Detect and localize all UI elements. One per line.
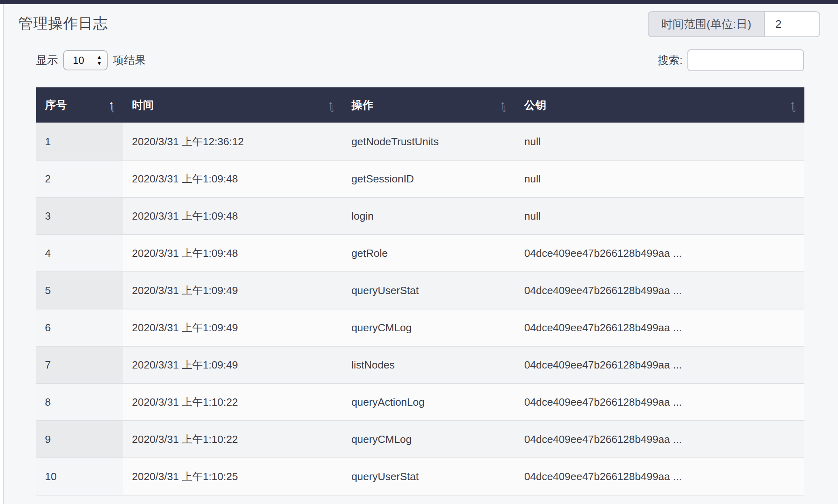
table-row: 42020/3/31 上午1:09:48getRole04dce409ee47b… — [36, 235, 804, 272]
cell-index: 7 — [36, 346, 123, 383]
cell-operation: getNodeTrustUnits — [342, 123, 515, 160]
cell-operation: getRole — [342, 235, 515, 272]
cell-time: 2020/3/31 上午1:09:49 — [123, 272, 342, 309]
table-row: 92020/3/31 上午1:10:22queryCMLog04dce409ee… — [36, 421, 804, 458]
cell-index: 6 — [36, 309, 123, 346]
main-content: 管理操作日志 时间范围(单位:日) 显示 10 ▲ ▼ 项结果 搜索: — [3, 4, 838, 504]
cell-pubkey: 04dce409ee47b266128b499aa ... — [515, 235, 804, 272]
cell-index: 5 — [36, 272, 123, 309]
cell-index: 2 — [36, 160, 123, 197]
time-range-label: 时间范围(单位:日) — [648, 11, 764, 37]
search-label: 搜索: — [657, 53, 683, 68]
cell-time: 2020/3/31 上午1:10:22 — [123, 421, 342, 458]
cell-pubkey: 04dce409ee47b266128b499aa ... — [515, 458, 804, 495]
cell-index: 4 — [36, 235, 123, 272]
cell-pubkey: 04dce409ee47b266128b499aa ... — [515, 383, 804, 421]
column-header-time[interactable]: 时间↑↓ — [123, 87, 342, 123]
cell-index: 10 — [36, 458, 123, 495]
search-input[interactable] — [687, 49, 804, 71]
page-length-control: 显示 10 ▲ ▼ 项结果 — [36, 50, 146, 70]
table-row: 32020/3/31 上午1:09:48loginnull — [36, 197, 804, 235]
cell-operation: queryCMLog — [342, 421, 515, 458]
time-range-input[interactable] — [764, 11, 820, 37]
sort-icon: ↑↓ — [108, 98, 116, 112]
cell-operation: getSessionID — [342, 160, 515, 197]
table-row: 72020/3/31 上午1:09:49listNodes04dce409ee4… — [36, 346, 804, 383]
cell-time: 2020/3/31 上午1:09:49 — [123, 346, 342, 383]
cell-time: 2020/3/31 上午1:10:25 — [123, 458, 342, 495]
cell-pubkey: null — [515, 197, 804, 235]
cell-operation: login — [342, 197, 515, 235]
cell-pubkey: 04dce409ee47b266128b499aa ... — [515, 272, 804, 309]
column-label: 操作 — [351, 99, 373, 111]
column-header-index[interactable]: 序号↑↓ — [36, 87, 123, 123]
cell-index: 3 — [36, 197, 123, 235]
table-row: 82020/3/31 上午1:10:22queryActionLog04dce4… — [36, 383, 804, 421]
table-header: 序号↑↓时间↑↓操作↑↓公钥↑↓ — [36, 87, 804, 123]
sort-icon: ↑↓ — [500, 98, 507, 112]
cell-time: 2020/3/31 上午1:09:48 — [123, 235, 342, 272]
cell-operation: queryCMLog — [342, 309, 515, 346]
page-length-value: 10 — [73, 55, 84, 66]
time-range-group: 时间范围(单位:日) — [648, 11, 820, 37]
cell-pubkey: 04dce409ee47b266128b499aa ... — [515, 346, 804, 383]
cell-time: 2020/3/31 上午1:09:48 — [123, 197, 342, 235]
cell-index: 8 — [36, 383, 123, 421]
table-row: 12020/3/31 上午12:36:12getNodeTrustUnitsnu… — [36, 123, 804, 160]
table-row: 102020/3/31 上午1:10:25queryUserStat04dce4… — [36, 458, 804, 495]
page-length-select[interactable]: 10 ▲ ▼ — [63, 50, 108, 70]
cell-time: 2020/3/31 上午1:09:49 — [123, 309, 342, 346]
cell-operation: queryUserStat — [342, 272, 515, 309]
cell-pubkey: 04dce409ee47b266128b499aa ... — [515, 421, 804, 458]
column-label: 序号 — [45, 99, 67, 111]
cell-index: 1 — [36, 123, 123, 160]
column-header-pubkey[interactable]: 公钥↑↓ — [515, 87, 804, 123]
top-navbar-edge — [0, 0, 838, 4]
select-spinner-icon: ▲ ▼ — [96, 54, 102, 66]
cell-operation: listNodes — [342, 346, 515, 383]
table-row: 62020/3/31 上午1:09:49queryCMLog04dce409ee… — [36, 309, 804, 346]
action-log-table: 序号↑↓时间↑↓操作↑↓公钥↑↓ 12020/3/31 上午12:36:12ge… — [36, 87, 804, 496]
log-table-wrap: 序号↑↓时间↑↓操作↑↓公钥↑↓ 12020/3/31 上午12:36:12ge… — [36, 87, 804, 496]
cell-index: 9 — [36, 421, 123, 458]
sort-icon: ↑↓ — [328, 98, 335, 112]
cell-operation: queryActionLog — [342, 383, 515, 421]
cell-pubkey: 04dce409ee47b266128b499aa ... — [515, 309, 804, 346]
column-label: 时间 — [132, 99, 154, 111]
table-controls: 显示 10 ▲ ▼ 项结果 搜索: — [36, 49, 804, 71]
cell-time: 2020/3/31 上午1:10:22 — [123, 383, 342, 421]
column-header-operation[interactable]: 操作↑↓ — [342, 87, 515, 123]
page-title: 管理操作日志 — [18, 11, 108, 36]
column-label: 公钥 — [524, 99, 546, 111]
search-control: 搜索: — [657, 49, 804, 71]
length-prefix-label: 显示 — [36, 53, 58, 68]
sort-icon: ↑↓ — [789, 98, 797, 112]
length-suffix-label: 项结果 — [113, 53, 146, 68]
table-row: 52020/3/31 上午1:09:49queryUserStat04dce40… — [36, 272, 804, 309]
table-row: 22020/3/31 上午1:09:48getSessionIDnull — [36, 160, 804, 197]
title-row: 管理操作日志 时间范围(单位:日) — [18, 11, 820, 37]
cell-time: 2020/3/31 上午12:36:12 — [123, 123, 342, 160]
cell-time: 2020/3/31 上午1:09:48 — [123, 160, 342, 197]
cell-pubkey: null — [515, 160, 804, 197]
cell-pubkey: null — [515, 123, 804, 160]
cell-operation: queryUserStat — [342, 458, 515, 495]
